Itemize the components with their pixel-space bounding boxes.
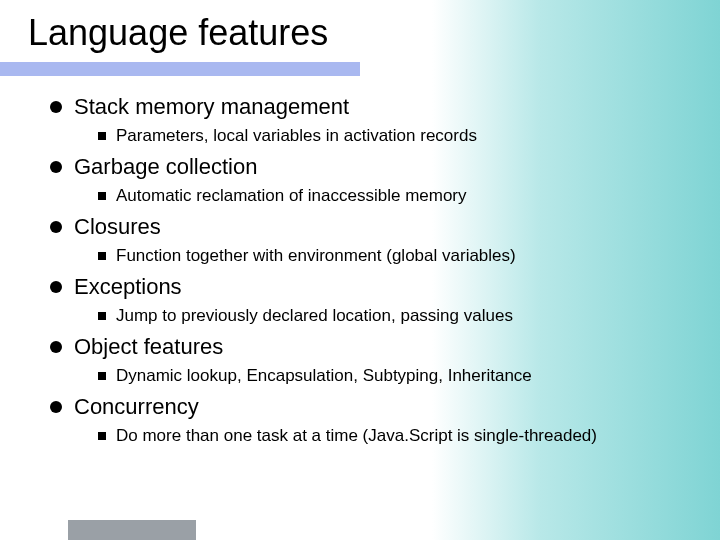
sub-label: Jump to previously declared location, pa… bbox=[116, 306, 513, 326]
circle-bullet-icon bbox=[50, 281, 62, 293]
sub-label: Function together with environment (glob… bbox=[116, 246, 516, 266]
main-label: Closures bbox=[74, 214, 161, 240]
circle-bullet-icon bbox=[50, 161, 62, 173]
sub-label: Automatic reclamation of inaccessible me… bbox=[116, 186, 467, 206]
list-item: Object features Dynamic lookup, Encapsul… bbox=[50, 334, 700, 386]
list-item: Exceptions Jump to previously declared l… bbox=[50, 274, 700, 326]
square-bullet-icon bbox=[98, 252, 106, 260]
list-item: Garbage collection Automatic reclamation… bbox=[50, 154, 700, 206]
slide-title: Language features bbox=[0, 0, 720, 62]
content-area: Stack memory management Parameters, loca… bbox=[0, 76, 720, 446]
circle-bullet-icon bbox=[50, 221, 62, 233]
sub-point: Function together with environment (glob… bbox=[50, 246, 700, 266]
list-item: Closures Function together with environm… bbox=[50, 214, 700, 266]
main-label: Concurrency bbox=[74, 394, 199, 420]
main-point: Object features bbox=[50, 334, 700, 360]
footer-bar bbox=[68, 520, 196, 540]
sub-point: Dynamic lookup, Encapsulation, Subtyping… bbox=[50, 366, 700, 386]
square-bullet-icon bbox=[98, 432, 106, 440]
main-label: Garbage collection bbox=[74, 154, 257, 180]
circle-bullet-icon bbox=[50, 341, 62, 353]
square-bullet-icon bbox=[98, 372, 106, 380]
sub-label: Dynamic lookup, Encapsulation, Subtyping… bbox=[116, 366, 532, 386]
main-point: Closures bbox=[50, 214, 700, 240]
list-item: Concurrency Do more than one task at a t… bbox=[50, 394, 700, 446]
main-label: Exceptions bbox=[74, 274, 182, 300]
main-point: Garbage collection bbox=[50, 154, 700, 180]
circle-bullet-icon bbox=[50, 101, 62, 113]
sub-point: Jump to previously declared location, pa… bbox=[50, 306, 700, 326]
main-point: Exceptions bbox=[50, 274, 700, 300]
title-underline bbox=[0, 62, 360, 76]
square-bullet-icon bbox=[98, 132, 106, 140]
sub-point: Automatic reclamation of inaccessible me… bbox=[50, 186, 700, 206]
circle-bullet-icon bbox=[50, 401, 62, 413]
sub-point: Parameters, local variables in activatio… bbox=[50, 126, 700, 146]
sub-label: Do more than one task at a time (Java.Sc… bbox=[116, 426, 597, 446]
sub-label: Parameters, local variables in activatio… bbox=[116, 126, 477, 146]
main-point: Stack memory management bbox=[50, 94, 700, 120]
main-label: Object features bbox=[74, 334, 223, 360]
square-bullet-icon bbox=[98, 312, 106, 320]
main-label: Stack memory management bbox=[74, 94, 349, 120]
list-item: Stack memory management Parameters, loca… bbox=[50, 94, 700, 146]
square-bullet-icon bbox=[98, 192, 106, 200]
main-point: Concurrency bbox=[50, 394, 700, 420]
sub-point: Do more than one task at a time (Java.Sc… bbox=[50, 426, 700, 446]
